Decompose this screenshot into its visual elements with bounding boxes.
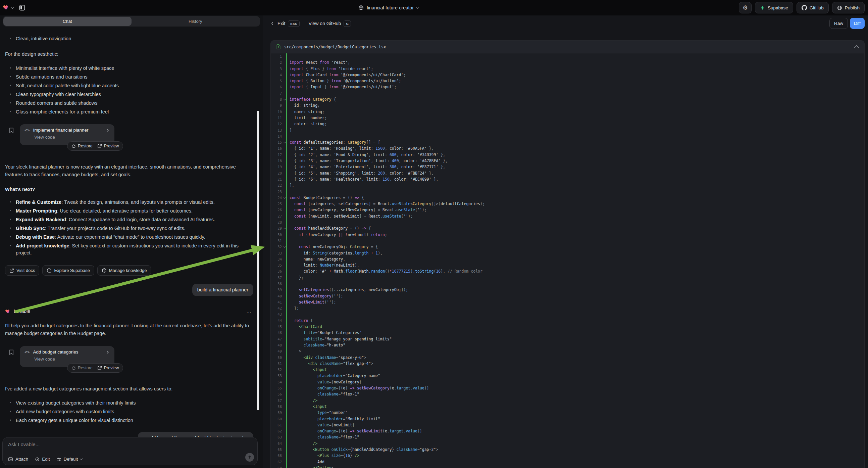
fold-chevron-icon[interactable]: [283, 227, 286, 229]
chat-scrollbar-thumb[interactable]: [257, 111, 259, 410]
line-number: 25: [271, 201, 282, 207]
supabase-button[interactable]: Supabase: [755, 2, 793, 13]
globe-icon: [358, 5, 364, 10]
code-line: 32 const newCategoryObj: Category = {: [271, 244, 864, 250]
code-text: interface Category {: [287, 96, 336, 103]
code-text: const BudgetCategories = () => {: [287, 195, 364, 201]
view-code-link[interactable]: View code: [34, 135, 110, 140]
supabase-label: Supabase: [768, 5, 788, 10]
bullet-icon: •: [5, 65, 16, 72]
line-number: 14: [271, 133, 282, 139]
code-text: limit: number;: [287, 115, 327, 121]
code-line: 34 name: newCategory,: [271, 256, 864, 262]
bookmark-icon[interactable]: [9, 127, 14, 134]
code-line: 48 className="h-auto": [271, 342, 864, 348]
view-code-link[interactable]: View code: [34, 356, 110, 361]
preview-button[interactable]: Preview: [97, 365, 119, 370]
code-line: 54 value={newCategory}: [271, 379, 864, 385]
line-number: 6: [271, 84, 282, 90]
raw-button[interactable]: Raw: [829, 18, 848, 29]
file-added-icon: [276, 44, 281, 49]
code-text: subtitle="Manage your spending limits": [287, 336, 392, 342]
version-card-wrap: <>Add budget categoriesView codeRestoreP…: [5, 346, 253, 377]
file-path: src/components/budget/BudgetCategories.t…: [284, 45, 386, 49]
code-line: 6import { Input } from '@/components/ui/…: [271, 84, 864, 90]
list-item: •Soft, neutral color palette with light …: [5, 82, 246, 89]
fold-chevron-icon[interactable]: [283, 245, 286, 248]
collapse-chevron-icon[interactable]: [854, 45, 859, 50]
chevron-down-icon: [416, 6, 419, 8]
version-card-title: Implement financial planner: [33, 127, 88, 133]
code-line: 36 color: '#' + Math.floor(Math.random()…: [271, 268, 864, 274]
file-card-header[interactable]: src/components/budget/BudgetCategories.t…: [271, 40, 864, 53]
visit-docs-button[interactable]: Visit docs: [5, 265, 39, 275]
prompt-input[interactable]: [8, 441, 209, 447]
code-line: 57 />: [271, 398, 864, 404]
lovable-heart-logo[interactable]: [3, 4, 9, 12]
line-number: 8: [271, 96, 282, 103]
explore-supabase-button[interactable]: Explore Supabase: [42, 265, 94, 275]
attach-button[interactable]: Attach: [8, 457, 28, 462]
bullet-icon: •: [5, 408, 16, 415]
bullet-icon: •: [5, 417, 16, 424]
line-number: 28: [271, 219, 282, 225]
line-number: 9: [271, 103, 282, 109]
exit-button[interactable]: Exit ESC: [270, 21, 300, 27]
restore-button[interactable]: Restore: [71, 144, 93, 148]
manage-knowledge-button[interactable]: Manage knowledge: [97, 265, 151, 275]
code-text: const defaultCategories: Category[] = [: [287, 139, 380, 145]
line-number: 37: [271, 274, 282, 281]
code-lines: 12import React from 'react';3import { Pl…: [271, 53, 864, 468]
fold-chevron-icon[interactable]: [283, 196, 286, 199]
code-text: onChange={(e) => setNewCategory(e.target…: [287, 385, 429, 391]
line-number: 2: [271, 59, 282, 65]
code-line: 30 if (!newCategory || !newLimit) return…: [271, 232, 864, 238]
line-number: 52: [271, 367, 282, 373]
code-line: 46 title="Budget Categories": [271, 330, 864, 336]
line-number: 35: [271, 262, 282, 268]
line-number: 48: [271, 342, 282, 348]
code-line: 17 { id: '2', name: 'Food & Dining', lim…: [271, 152, 864, 158]
bullet-list: •Refine & Customize: Tweak the design, a…: [5, 199, 253, 257]
image-icon: [8, 457, 13, 462]
bullet-icon: •: [5, 100, 16, 107]
edit-label: Edit: [42, 457, 50, 462]
tab-chat[interactable]: Chat: [3, 17, 131, 26]
view-on-github-button[interactable]: View on GitHub G: [308, 21, 351, 27]
settings-button[interactable]: ⚙: [739, 2, 751, 13]
fold-chevron-icon[interactable]: [283, 98, 286, 100]
bookmark-icon[interactable]: [9, 350, 14, 356]
code-text: <Input: [287, 404, 327, 410]
github-button[interactable]: GitHub: [797, 2, 829, 13]
chevron-right-icon: [106, 128, 110, 132]
version-actions: RestorePreview: [67, 363, 123, 373]
code-text: const [newCategory, setNewCategory] = Re…: [287, 207, 427, 213]
edit-button[interactable]: Edit: [35, 457, 50, 462]
project-switcher[interactable]: financial-future-creator: [358, 0, 419, 16]
publish-button[interactable]: Publish: [832, 2, 865, 13]
send-button[interactable]: [245, 453, 254, 462]
chevron-down-icon[interactable]: [11, 6, 14, 8]
restore-icon: [71, 144, 76, 148]
code-text: const [categories, setCategories] = Reac…: [287, 201, 485, 207]
line-number: 65: [271, 446, 282, 452]
bullet-icon: •: [5, 400, 16, 407]
code-line: 29 const handleAddCategory = () => {: [271, 225, 864, 231]
message-menu-icon[interactable]: …: [246, 308, 252, 314]
code-line: 33 id: String(categories.length + 1),: [271, 250, 864, 256]
chat-history-tabbar: Chat History: [3, 16, 260, 27]
restore-button[interactable]: Restore: [71, 365, 93, 370]
preview-button[interactable]: Preview: [97, 144, 119, 148]
tab-history[interactable]: History: [131, 17, 260, 26]
code-line: 16 { id: '1', name: 'Housing', limit: 15…: [271, 145, 864, 151]
fold-chevron-icon[interactable]: [283, 141, 286, 143]
line-number: 30: [271, 232, 282, 238]
line-number: 67: [271, 459, 282, 465]
sidebar-toggle-button[interactable]: [18, 3, 27, 12]
attach-label: Attach: [16, 457, 28, 462]
diff-button[interactable]: Diff: [850, 18, 865, 29]
code-icon: <>: [25, 128, 30, 133]
bullet-icon: •: [5, 242, 16, 257]
list-item: •Add new budget categories with custom l…: [5, 408, 246, 415]
mode-select-button[interactable]: Default: [57, 457, 83, 462]
